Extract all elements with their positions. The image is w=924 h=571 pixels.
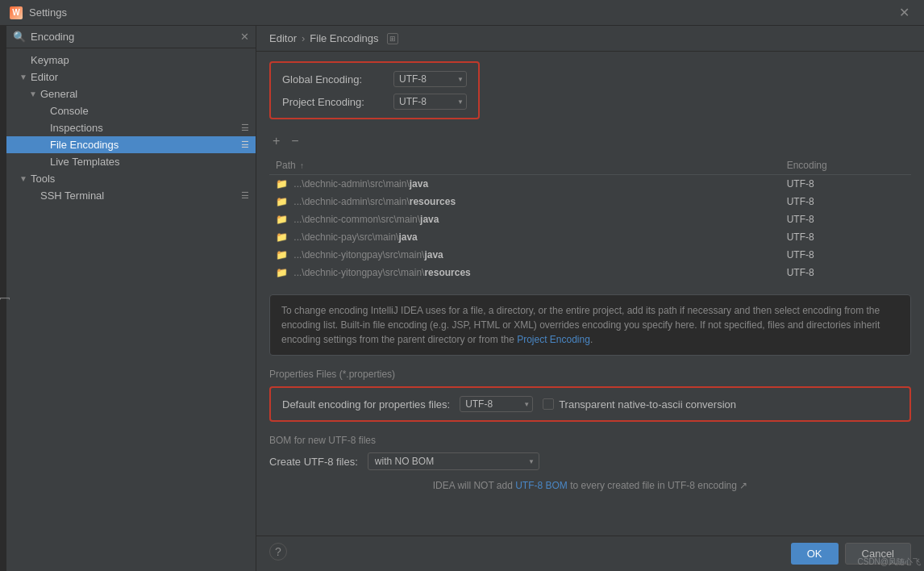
sidebar-item-label: Live Templates [50, 156, 249, 168]
folder-icon: 📁 [276, 249, 288, 260]
encoding-cell: UTF-8 [780, 264, 911, 281]
sidebar-item-general[interactable]: ▼ General [6, 85, 256, 102]
global-encoding-select-wrap: UTF-8 UTF-16 ISO-8859-1 [393, 71, 467, 87]
encoding-column-header: Encoding [780, 156, 911, 175]
breadcrumb-editor: Editor [269, 32, 297, 44]
path-cell: 📁 ...\dechnic-yitongpay\src\main\resourc… [269, 264, 780, 281]
sidebar-item-label: File Encodings [50, 139, 238, 151]
path-bold: resources [424, 267, 470, 278]
sidebar-item-file-encodings[interactable]: File Encodings ☰ [6, 136, 256, 153]
path-prefix: ...\dechnic-yitongpay\src\main\ [293, 267, 424, 278]
search-bar: 🔍 ✕ [6, 26, 256, 48]
idea-note-suffix: to every created file in UTF-8 encoding … [568, 480, 747, 491]
left-edge: [ [0, 26, 6, 571]
sidebar-item-label: Editor [31, 71, 249, 83]
table-toolbar: + − [269, 132, 911, 150]
encoding-cell: UTF-8 [780, 193, 911, 210]
arrow-icon: ▼ [19, 73, 31, 81]
transparent-checkbox[interactable] [543, 398, 554, 410]
path-prefix: ...\dechnic-yitongpay\src\main\ [293, 249, 424, 260]
search-input[interactable] [31, 31, 235, 43]
sidebar-item-keymap[interactable]: Keymap [6, 52, 256, 69]
project-encoding-row: Project Encoding: UTF-8 UTF-16 ISO-8859-… [282, 94, 467, 110]
folder-icon: 📁 [276, 267, 288, 278]
encoding-cell: UTF-8 [780, 228, 911, 246]
table-row: 📁 ...\dechnic-admin\src\main\java UTF-8 [269, 175, 911, 194]
global-encoding-label: Global Encoding: [282, 73, 387, 85]
window-title: Settings [29, 6, 67, 19]
create-utf8-select[interactable]: with NO BOM with BOM with BOM (only for … [368, 452, 539, 470]
properties-box: Default encoding for properties files: U… [269, 386, 911, 422]
path-prefix: ...\dechnic-admin\src\main\ [293, 196, 409, 207]
sidebar-item-label: SSH Terminal [40, 190, 238, 202]
sidebar-item-live-templates[interactable]: Live Templates [6, 153, 256, 170]
footer: ? OK Cancel [256, 536, 924, 571]
help-button[interactable]: ? [269, 543, 287, 561]
create-utf8-select-wrap: with NO BOM with BOM with BOM (only for … [368, 452, 539, 470]
path-cell: 📁 ...\dechnic-admin\src\main\resources [269, 193, 780, 210]
path-bold: resources [410, 196, 456, 207]
transparent-checkbox-row: Transparent native-to-ascii conversion [543, 398, 736, 411]
bom-row: Create UTF-8 files: with NO BOM with BOM… [269, 452, 911, 470]
properties-row: Default encoding for properties files: U… [282, 396, 898, 412]
create-utf8-label: Create UTF-8 files: [269, 456, 358, 468]
path-cell: 📁 ...\dechnic-admin\src\main\java [269, 175, 780, 194]
breadcrumb-separator: › [302, 32, 305, 44]
encoding-cell: UTF-8 [780, 246, 911, 264]
idea-note: IDEA will NOT add UTF-8 BOM to every cre… [269, 477, 911, 494]
settings-icon: ☰ [241, 123, 249, 133]
breadcrumb: Editor › File Encodings ⊞ [256, 26, 924, 52]
sidebar-item-console[interactable]: Console [6, 102, 256, 119]
breadcrumb-current: File Encodings [310, 32, 378, 44]
ok-button[interactable]: OK [791, 543, 839, 565]
sidebar-item-label: Keymap [31, 54, 249, 66]
sidebar-item-tools[interactable]: ▼ Tools [6, 170, 256, 187]
file-table: Path ↑ Encoding 📁 ...\dechnic-admin\src\… [269, 156, 911, 281]
path-bold: java [410, 178, 428, 190]
global-encoding-row: Global Encoding: UTF-8 UTF-16 ISO-8859-1 [282, 71, 467, 87]
sidebar-item-ssh-terminal[interactable]: SSH Terminal ☰ [6, 187, 256, 204]
properties-encoding-select[interactable]: UTF-8 UTF-16 ISO-8859-1 [460, 396, 533, 412]
sidebar-item-inspections[interactable]: Inspections ☰ [6, 119, 256, 136]
close-button[interactable]: ✕ [894, 3, 914, 22]
table-row: 📁 ...\dechnic-yitongpay\src\main\java UT… [269, 246, 911, 264]
project-encoding-link[interactable]: Project Encoding [517, 334, 590, 345]
settings-icon: ☰ [241, 140, 249, 150]
path-cell: 📁 ...\dechnic-common\src\main\java [269, 210, 780, 228]
idea-note-prefix: IDEA will NOT add [433, 480, 515, 491]
arrow-icon: ▼ [29, 90, 40, 98]
path-bold: java [420, 214, 439, 225]
default-encoding-label: Default encoding for properties files: [282, 398, 450, 411]
sidebar-tree: Keymap ▼ Editor ▼ General Console [6, 48, 256, 571]
project-encoding-select[interactable]: UTF-8 UTF-16 ISO-8859-1 [393, 94, 467, 110]
bom-section: BOM for new UTF-8 files Create UTF-8 fil… [269, 435, 911, 494]
app-icon: W [10, 6, 23, 19]
global-encoding-select[interactable]: UTF-8 UTF-16 ISO-8859-1 [393, 71, 467, 87]
folder-icon: 📁 [276, 178, 288, 190]
main-panel: Editor › File Encodings ⊞ Global Encodin… [256, 26, 924, 571]
breadcrumb-icon[interactable]: ⊞ [387, 33, 398, 44]
arrow-icon: ▼ [19, 174, 31, 183]
path-prefix: ...\dechnic-admin\src\main\ [293, 178, 409, 190]
search-clear-icon[interactable]: ✕ [240, 31, 249, 43]
search-icon: 🔍 [13, 31, 26, 43]
properties-section-header: Properties Files (*.properties) [269, 369, 911, 380]
path-cell: 📁 ...\dechnic-pay\src\main\java [269, 228, 780, 246]
path-column-header: Path ↑ [269, 156, 780, 175]
folder-icon: 📁 [276, 196, 288, 207]
cancel-button[interactable]: Cancel [845, 543, 911, 565]
project-encoding-label: Project Encoding: [282, 96, 387, 108]
transparent-label: Transparent native-to-ascii conversion [559, 398, 736, 411]
remove-button[interactable]: − [288, 132, 302, 150]
sidebar-item-label: Tools [31, 173, 249, 185]
info-box: To change encoding IntelliJ IDEA uses fo… [269, 294, 911, 356]
panel-content: Global Encoding: UTF-8 UTF-16 ISO-8859-1… [256, 52, 924, 536]
path-prefix: ...\dechnic-common\src\main\ [293, 214, 420, 225]
sort-arrow-icon: ↑ [300, 161, 304, 170]
project-encoding-select-wrap: UTF-8 UTF-16 ISO-8859-1 [393, 94, 467, 110]
table-row: 📁 ...\dechnic-pay\src\main\java UTF-8 [269, 228, 911, 246]
sidebar-item-editor[interactable]: ▼ Editor [6, 69, 256, 85]
properties-encoding-select-wrap: UTF-8 UTF-16 ISO-8859-1 [460, 396, 533, 412]
add-button[interactable]: + [269, 132, 283, 150]
utf8-bom-link[interactable]: UTF-8 BOM [515, 480, 568, 491]
